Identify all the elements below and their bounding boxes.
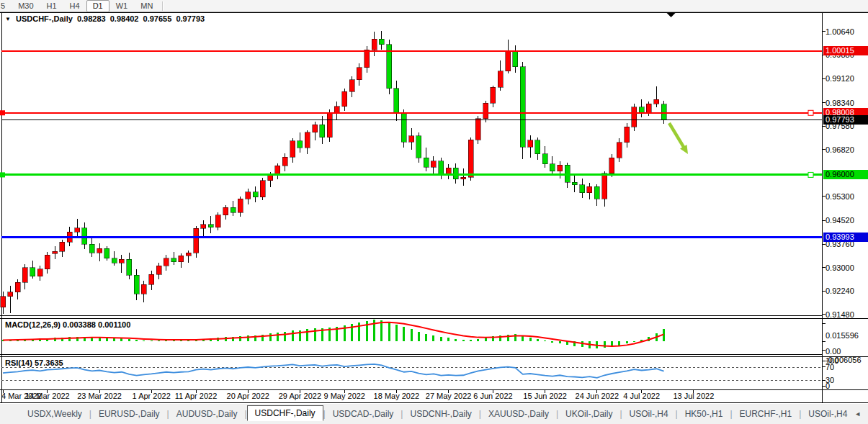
price-axis-label: 1.00640 — [826, 27, 854, 36]
macd-histogram-bar — [432, 335, 434, 341]
macd-histogram-bar — [440, 337, 442, 341]
chart-shift-marker-icon — [667, 13, 676, 17]
level-handle-left[interactable] — [0, 172, 5, 177]
macd-histogram-bar — [551, 341, 553, 343]
candle-body — [513, 50, 518, 66]
candle-body — [260, 181, 265, 197]
candle-body — [75, 228, 80, 233]
time-axis-label: 1 Apr 2022 — [133, 392, 171, 400]
tab-usdcad-daily[interactable]: USDCAD-,Daily — [326, 407, 401, 420]
trading-terminal-window: 5M30H1H4D1W1MN ▼ USDCHF-,Daily 0.98283 0… — [0, 0, 868, 424]
macd-histogram-bar — [604, 341, 606, 348]
macd-histogram-bar — [507, 335, 509, 341]
candle-body — [327, 113, 332, 137]
macd-histogram-bar — [284, 332, 286, 341]
macd-histogram-bar — [544, 340, 546, 341]
candle-body — [15, 282, 20, 292]
candle-body — [424, 158, 429, 167]
macd-histogram-bar — [477, 339, 479, 341]
candle-body — [253, 192, 258, 197]
macd-histogram-bar — [135, 340, 138, 341]
macd-histogram-bar — [120, 338, 122, 341]
macd-histogram-bar — [618, 341, 620, 346]
tab-usdx-weekly[interactable]: USDX,Weekly — [20, 407, 89, 420]
time-axis-label: 6 Jun 2022 — [473, 392, 512, 400]
price-axis-label: 0.96820 — [826, 145, 854, 154]
candle-body — [156, 266, 161, 274]
time-axis-label: 23 Mar 2022 — [77, 392, 122, 400]
candle-body — [431, 161, 436, 168]
candle-body — [491, 87, 496, 103]
candle-body — [416, 136, 421, 158]
candle-body — [201, 225, 206, 229]
candle-body — [313, 125, 318, 132]
macd-histogram-bar — [113, 338, 115, 341]
macd-histogram-bar — [447, 338, 449, 341]
candle-body — [112, 258, 117, 263]
candle-body — [602, 173, 607, 199]
candle-body — [550, 164, 555, 171]
macd-axis-label: 0.00 — [826, 347, 841, 356]
candle-body — [171, 258, 176, 262]
time-axis-label: 29 Apr 2022 — [279, 392, 321, 400]
rsi-line — [3, 364, 664, 378]
tab-usoil-h4[interactable]: USOil-,H4 — [622, 407, 676, 420]
candle-body — [520, 67, 525, 148]
chart-panel[interactable]: ▼ USDCHF-,Daily 0.98283 0.98402 0.97655 … — [0, 12, 868, 405]
time-axis-label: 24 Jun 2022 — [576, 392, 619, 400]
candle-body — [617, 143, 622, 158]
candle-body — [572, 182, 577, 184]
candle-body — [37, 269, 42, 276]
tab-audusd-daily[interactable]: AUDUSD-,Daily — [169, 407, 245, 420]
tab-eurchf-h1[interactable]: EURCHF-,H1 — [733, 407, 800, 420]
tab-scroll-buttons: ◄► — [854, 410, 868, 418]
candle-body — [506, 50, 511, 71]
candle-body — [320, 125, 325, 137]
down-arrow-annotation[interactable] — [669, 123, 684, 148]
symbol-marker-icon: ▼ — [5, 16, 11, 22]
macd-histogram-bar — [455, 339, 457, 341]
candle-body — [453, 168, 458, 179]
price-axis-label: 0.99120 — [826, 74, 854, 83]
candle-body — [535, 140, 540, 154]
macd-histogram-bar — [388, 322, 390, 341]
candle-body — [208, 225, 213, 227]
tab-ukoil-daily[interactable]: UKOil-,Daily — [558, 407, 619, 420]
tab-scroll-left-icon[interactable]: ◄ — [854, 410, 861, 418]
quote-high: 0.98402 — [110, 14, 139, 23]
candle-body — [89, 244, 94, 253]
price-axis-label: 0.95300 — [826, 192, 854, 201]
candle-body — [565, 165, 570, 182]
level-handle-right[interactable] — [808, 172, 813, 177]
tab-usdchf-daily[interactable]: USDCHF-,Daily — [247, 405, 323, 421]
price-axis-badge: 0.96000 — [823, 170, 868, 179]
price-axis-label: 0.91480 — [826, 310, 854, 319]
price-chart-canvas[interactable] — [0, 0, 868, 405]
candle-body — [625, 127, 630, 142]
tab-usoil-h4[interactable]: USOil-,H4 — [801, 407, 854, 420]
candle-body — [461, 177, 466, 179]
tab-usdcnh-daily[interactable]: USDCNH-,Daily — [403, 407, 478, 420]
rsi-axis-label: 0 — [826, 382, 830, 390]
candle-body — [246, 192, 251, 199]
macd-histogram-bar — [299, 330, 301, 341]
level-handle-left[interactable] — [0, 110, 5, 115]
quote-open: 0.98283 — [77, 14, 106, 23]
candle-body — [401, 114, 406, 142]
tab-eurusd-daily[interactable]: EURUSD-,Daily — [91, 407, 167, 420]
candle-body — [231, 207, 236, 212]
candle-body — [639, 107, 644, 113]
level-handle-right[interactable] — [808, 110, 813, 115]
candle-body — [1, 297, 6, 307]
candle-body — [468, 140, 473, 177]
macd-histogram-bar — [277, 333, 279, 341]
macd-histogram-bar — [529, 338, 532, 341]
time-axis-label: 18 May 2022 — [374, 392, 420, 400]
macd-axis-label: 0.015596 — [826, 331, 859, 340]
tab-xauusd-daily[interactable]: XAUUSD-,Daily — [481, 407, 556, 420]
price-axis-label: 0.94520 — [826, 216, 854, 225]
candle-body — [661, 104, 666, 119]
tab-hk50-h1[interactable]: HK50-,H1 — [678, 407, 730, 420]
time-axis-label: 14 Mar 2022 — [25, 392, 70, 400]
time-axis-label: 15 Jun 2022 — [523, 392, 567, 400]
